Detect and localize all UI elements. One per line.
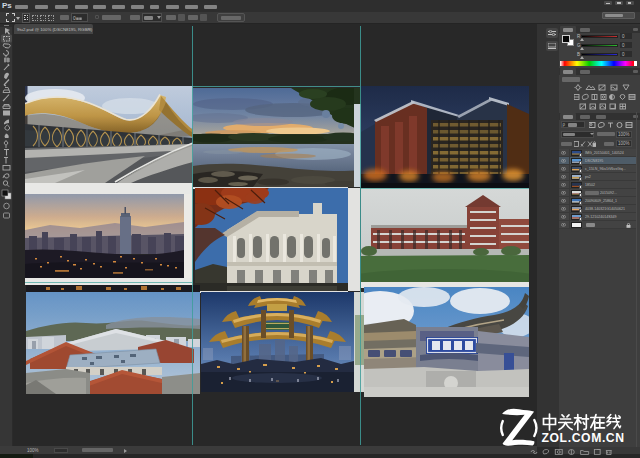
svg-text:ZOL.COM.CN: ZOL.COM.CN [542,431,625,445]
